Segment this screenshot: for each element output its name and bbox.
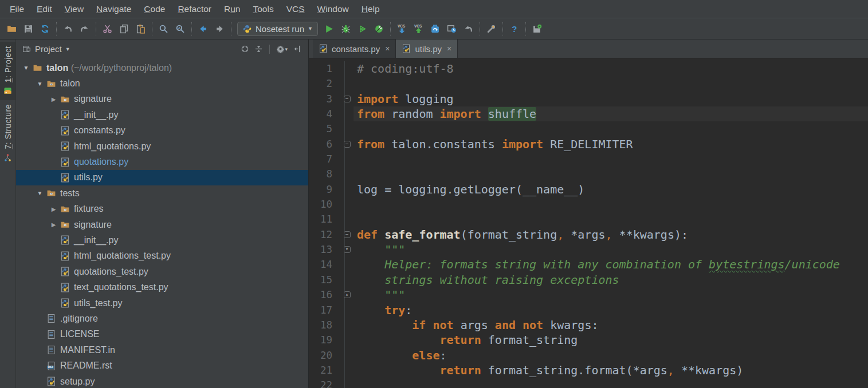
tree-item-text-quotations-test-py[interactable]: text_quotations_test.py	[16, 279, 308, 295]
editor-tab-utils-py[interactable]: utils.py×	[396, 39, 458, 58]
tree-item-html-quotations-py[interactable]: html_quotations.py	[16, 138, 308, 154]
menu-vcs[interactable]: VCS	[280, 4, 311, 14]
menu-run[interactable]: Run	[218, 4, 246, 14]
chevron-down-icon[interactable]: ▼	[65, 46, 70, 52]
tree-item-utils-py[interactable]: utils.py	[16, 170, 308, 185]
tree-expand-arrow[interactable]: ▶	[47, 206, 60, 212]
tree-item-label: html_quotations_test.py	[74, 251, 171, 261]
tree-item-constants-py[interactable]: constants.py	[16, 123, 308, 138]
copy-button[interactable]	[116, 22, 132, 36]
tool-window-stripe: 1: Project7: Structure	[0, 39, 16, 388]
fold-marker-icon[interactable]: ▾	[344, 246, 351, 253]
back-button[interactable]	[195, 22, 211, 36]
history-button[interactable]	[444, 22, 459, 36]
find-button[interactable]	[156, 22, 171, 36]
forward-button[interactable]	[212, 22, 227, 36]
tree-collapse-arrow[interactable]: ▼	[33, 81, 46, 87]
tree-item-label: utils_test.py	[74, 298, 122, 308]
line-number: 12	[309, 227, 344, 242]
run-button[interactable]	[321, 22, 337, 36]
code-line: 1# coding:utf-8	[309, 61, 868, 76]
menu-navigate[interactable]: Navigate	[90, 4, 138, 14]
menu-edit[interactable]: Edit	[30, 4, 58, 14]
tree-item-label: .gitignore	[60, 314, 98, 324]
menu-tools[interactable]: Tools	[246, 4, 280, 14]
tree-item-signature[interactable]: ▶signature	[16, 92, 308, 107]
tree-collapse-arrow[interactable]: ▼	[33, 190, 46, 196]
project-panel-title[interactable]: Project	[35, 44, 62, 54]
tab-close-icon[interactable]: ×	[447, 44, 451, 53]
save-button[interactable]	[21, 22, 36, 36]
folder-icon	[33, 63, 42, 73]
chevron-down-icon: ▼	[308, 26, 313, 31]
run-config-combo[interactable]: Nosetest run▼	[237, 22, 318, 36]
editor-tab-constants-py[interactable]: constants.py×	[313, 39, 396, 58]
header-divider	[269, 45, 270, 54]
tree-item-signature[interactable]: ▶signature	[16, 217, 308, 232]
find-icon	[159, 24, 168, 34]
help-button[interactable]: ?	[506, 22, 522, 36]
sync-button[interactable]	[37, 22, 53, 36]
menu-refactor[interactable]: Refactor	[171, 4, 218, 14]
tree-item-quotations-py[interactable]: quotations.py	[16, 154, 308, 169]
gear-button[interactable]: ▾	[275, 43, 289, 54]
tree-item--gitignore[interactable]: .gitignore	[16, 311, 308, 326]
open-folder-button[interactable]	[4, 22, 19, 36]
collapse-all-button[interactable]	[253, 43, 264, 54]
stripe-button-project[interactable]: 1: Project	[0, 42, 15, 100]
tree-item-label: constants.py	[74, 125, 125, 136]
tree-item-talon[interactable]: ▼talon (~/work/pythonproj/talon)	[16, 60, 308, 76]
stripe-button-structure[interactable]: 7: Structure	[0, 100, 15, 167]
undo-icon	[63, 24, 73, 34]
fold-marker-icon[interactable]: −	[344, 96, 351, 102]
vcs-update-button[interactable]: VCS	[394, 22, 410, 36]
menu-view[interactable]: View	[58, 4, 90, 14]
tree-expand-arrow[interactable]: ▶	[47, 221, 60, 228]
tree-item-fixtures[interactable]: ▶fixtures	[16, 201, 308, 217]
fold-marker-icon[interactable]: −	[344, 231, 351, 238]
menu-code[interactable]: Code	[138, 4, 171, 14]
replace-button[interactable]: A	[172, 22, 188, 36]
menu-window[interactable]: Window	[311, 4, 355, 14]
tree-item--init-py[interactable]: __init__.py	[16, 107, 308, 122]
tree-item-html-quotations-test-py[interactable]: html_quotations_test.py	[16, 248, 308, 264]
fold-marker-icon[interactable]: −	[344, 141, 351, 148]
code-editor[interactable]: 1# coding:utf-823−import logging4from ra…	[309, 58, 868, 388]
locate-button[interactable]	[239, 43, 250, 54]
vcs-commit-button[interactable]: VCS	[411, 22, 426, 36]
rollback-button[interactable]	[461, 22, 476, 36]
tree-expand-arrow[interactable]: ▶	[47, 96, 60, 102]
tree-collapse-arrow[interactable]: ▼	[19, 65, 33, 71]
export-button[interactable]	[529, 22, 545, 36]
fold-marker-icon[interactable]: ▴	[344, 291, 351, 298]
paste-button[interactable]	[133, 22, 148, 36]
tab-close-icon[interactable]: ×	[385, 44, 390, 53]
tree-item-readme-rst[interactable]: RSTREADME.rst	[16, 358, 308, 373]
undo-button[interactable]	[60, 22, 76, 36]
debug-button[interactable]	[338, 22, 354, 36]
tree-item-talon[interactable]: ▼talon	[16, 76, 308, 91]
gutter-fold-column	[344, 182, 354, 197]
tree-item-setup-py[interactable]: setup.py	[16, 374, 308, 388]
tree-item-license[interactable]: LICENSE	[16, 327, 308, 342]
tree-item-label: talon	[60, 78, 80, 89]
code-text: def safe_format(format_string, *args, **…	[354, 227, 868, 242]
redo-button[interactable]	[77, 22, 92, 36]
main-area: 1: Project7: Structure Project ▼ ▾ ▼talo…	[0, 39, 868, 388]
tree-item-utils-test-py[interactable]: utils_test.py	[16, 295, 308, 311]
tree-item--init-py[interactable]: __init__.py	[16, 232, 308, 248]
tree-item-quotations-test-py[interactable]: quotations_test.py	[16, 264, 308, 279]
coverage-button[interactable]	[355, 22, 370, 36]
tree-item-tests[interactable]: ▼tests	[16, 185, 308, 201]
line-number: 20	[309, 348, 344, 363]
hide-panel-button[interactable]	[292, 43, 303, 54]
menu-file[interactable]: File	[3, 4, 30, 14]
vcs-integrate-button[interactable]	[427, 22, 443, 36]
tree-item-manifest-in[interactable]: MANIFEST.in	[16, 342, 308, 358]
cut-button[interactable]	[100, 22, 115, 36]
menu-help[interactable]: Help	[355, 4, 386, 14]
profile-button[interactable]	[371, 22, 387, 36]
settings-button[interactable]	[484, 22, 499, 36]
gutter-fold-column	[344, 378, 354, 388]
text-file-icon	[46, 345, 56, 355]
